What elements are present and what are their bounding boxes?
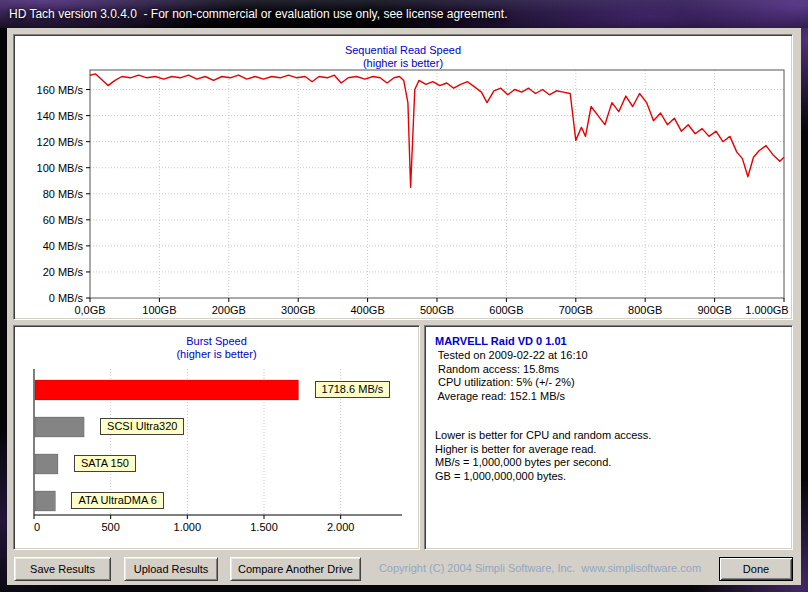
burst-bar-label: SCSI Ultra320 [100, 418, 184, 435]
svg-text:400GB: 400GB [350, 304, 384, 316]
done-button[interactable]: Done [719, 557, 793, 581]
drive-info-lines: Tested on 2009-02-22 at 16:10 Random acc… [435, 349, 786, 483]
svg-text:160 MB/s: 160 MB/s [37, 84, 84, 96]
content-area: Sequential Read Speed (higher is better)… [7, 28, 801, 585]
burst-bar-label: SATA 150 [74, 455, 136, 472]
info-line: Random access: 15.8ms [435, 363, 786, 377]
svg-text:80 MB/s: 80 MB/s [43, 188, 84, 200]
svg-text:600GB: 600GB [489, 304, 523, 316]
svg-text:500: 500 [101, 521, 119, 533]
upload-results-button[interactable]: Upload Results [124, 557, 218, 581]
svg-text:140 MB/s: 140 MB/s [37, 110, 84, 122]
svg-text:200GB: 200GB [212, 304, 246, 316]
info-line: MB/s = 1,000,000 bytes per second. [435, 456, 786, 470]
svg-text:40 MB/s: 40 MB/s [43, 240, 84, 252]
title-bar[interactable]: HD Tach version 3.0.4.0 - For non-commer… [0, 0, 808, 28]
svg-text:0: 0 [34, 521, 40, 533]
info-line: GB = 1,000,000,000 bytes. [435, 470, 786, 484]
save-results-button[interactable]: Save Results [14, 557, 111, 581]
svg-text:100 MB/s: 100 MB/s [37, 162, 84, 174]
svg-text:120 MB/s: 120 MB/s [37, 136, 84, 148]
info-line: Lower is better for CPU and random acces… [435, 429, 786, 443]
svg-text:20 MB/s: 20 MB/s [43, 266, 84, 278]
copyright-text: Copyright (C) 2004 Simpli Software, Inc.… [375, 562, 705, 574]
burst-chart-plot: 05001.0001.5002.000 [15, 327, 418, 548]
info-line: Average read: 152.1 MB/s [435, 390, 786, 404]
burst-bar-label: 1718.6 MB/s [315, 381, 391, 398]
info-line: Tested on 2009-02-22 at 16:10 [435, 349, 786, 363]
sequential-read-panel: Sequential Read Speed (higher is better)… [13, 34, 793, 320]
drive-info-panel: MARVELL Raid VD 0 1.01 Tested on 2009-02… [424, 325, 793, 550]
svg-text:1.000GB: 1.000GB [745, 304, 788, 316]
burst-bar-label: ATA UltraDMA 6 [71, 492, 163, 509]
svg-text:800GB: 800GB [628, 304, 662, 316]
info-line: Higher is better for average read. [435, 443, 786, 457]
drive-name: MARVELL Raid VD 0 1.01 [435, 335, 786, 349]
info-line [435, 416, 786, 429]
svg-text:1.500: 1.500 [250, 521, 278, 533]
window-title: HD Tach version 3.0.4.0 - For non-commer… [9, 7, 507, 21]
svg-text:1.000: 1.000 [174, 521, 202, 533]
info-line: CPU utilization: 5% (+/- 2%) [435, 376, 786, 390]
burst-speed-panel: Burst Speed (higher is better) 05001.000… [13, 325, 420, 550]
svg-text:2.000: 2.000 [327, 521, 355, 533]
compare-another-drive-button[interactable]: Compare Another Drive [230, 557, 361, 581]
hdtach-window: HD Tach version 3.0.4.0 - For non-commer… [0, 0, 808, 592]
svg-text:0 MB/s: 0 MB/s [49, 292, 84, 304]
seq-chart-plot: 0 MB/s20 MB/s40 MB/s60 MB/s80 MB/s100 MB… [15, 36, 791, 318]
svg-text:300GB: 300GB [281, 304, 315, 316]
svg-text:60 MB/s: 60 MB/s [43, 214, 84, 226]
info-line [435, 403, 786, 416]
svg-text:0,0GB: 0,0GB [74, 304, 105, 316]
svg-text:500GB: 500GB [420, 304, 454, 316]
svg-text:900GB: 900GB [697, 304, 731, 316]
svg-text:700GB: 700GB [559, 304, 593, 316]
svg-text:100GB: 100GB [142, 304, 176, 316]
